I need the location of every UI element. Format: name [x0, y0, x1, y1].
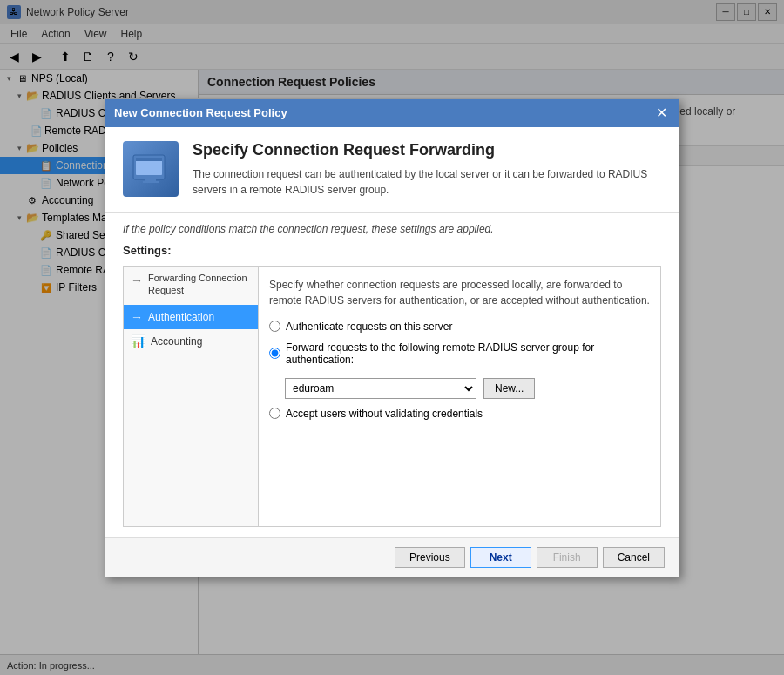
modal-header-content: Specify Connection Request Forwarding Th…	[193, 141, 661, 198]
modal-condition-text: If the policy conditions match the conne…	[123, 223, 661, 235]
radio-forward-label: Forward requests to the following remote…	[286, 341, 650, 366]
accounting-nav-icon: 📊	[131, 334, 145, 348]
nav-item-authentication[interactable]: → Authentication	[124, 305, 258, 329]
svg-rect-2	[136, 158, 162, 161]
modal-header: Specify Connection Request Forwarding Th…	[105, 127, 679, 213]
modal-footer: Previous Next Finish Cancel	[105, 537, 679, 577]
settings-layout: → Forwarding ConnectionRequest → Authent…	[123, 266, 661, 527]
modal-overlay: New Connection Request Policy ✕ Specify …	[0, 0, 784, 675]
arrow-active-icon: →	[131, 310, 143, 324]
settings-description: Specify whether connection requests are …	[269, 277, 650, 308]
radius-group-dropdown[interactable]: eduroam	[285, 378, 476, 399]
modal-heading: Specify Connection Request Forwarding	[193, 141, 661, 159]
radio-local-input[interactable]	[269, 321, 280, 332]
radio-local[interactable]: Authenticate requests on this server	[269, 321, 650, 333]
new-button[interactable]: New...	[483, 378, 535, 399]
radio-group: Authenticate requests on this server For…	[269, 321, 650, 420]
settings-nav: → Forwarding ConnectionRequest → Authent…	[124, 267, 259, 526]
radio-local-label: Authenticate requests on this server	[286, 321, 452, 333]
settings-content: Specify whether connection requests are …	[259, 267, 660, 526]
radio-accept[interactable]: Accept users without validating credenti…	[269, 408, 650, 420]
previous-button[interactable]: Previous	[395, 547, 465, 568]
next-button[interactable]: Next	[470, 547, 531, 568]
nav-item-accounting[interactable]: 📊 Accounting	[124, 329, 258, 354]
arrow-icon: →	[131, 273, 143, 287]
finish-button[interactable]: Finish	[537, 547, 598, 568]
modal-dialog: New Connection Request Policy ✕ Specify …	[105, 98, 679, 577]
nav-item-forwarding[interactable]: → Forwarding ConnectionRequest	[124, 267, 258, 305]
settings-label: Settings:	[123, 244, 661, 257]
modal-title: New Connection Request Policy	[114, 106, 287, 119]
radio-accept-label: Accept users without validating credenti…	[286, 408, 483, 420]
nav-authentication-label: Authentication	[148, 311, 214, 323]
dropdown-row: eduroam New...	[285, 378, 650, 399]
cancel-button[interactable]: Cancel	[603, 547, 665, 568]
radio-forward[interactable]: Forward requests to the following remote…	[269, 341, 650, 366]
modal-description: The connection request can be authentica…	[193, 166, 661, 198]
radio-accept-input[interactable]	[269, 408, 280, 419]
modal-body: If the policy conditions match the conne…	[105, 213, 679, 537]
radio-forward-input[interactable]	[269, 348, 280, 359]
modal-header-icon	[123, 141, 179, 197]
svg-rect-4	[145, 179, 156, 183]
nav-forwarding-label: Forwarding ConnectionRequest	[148, 272, 247, 297]
nav-accounting-label: Accounting	[151, 335, 202, 348]
modal-close-button[interactable]: ✕	[652, 105, 670, 122]
modal-titlebar: New Connection Request Policy ✕	[105, 99, 679, 127]
